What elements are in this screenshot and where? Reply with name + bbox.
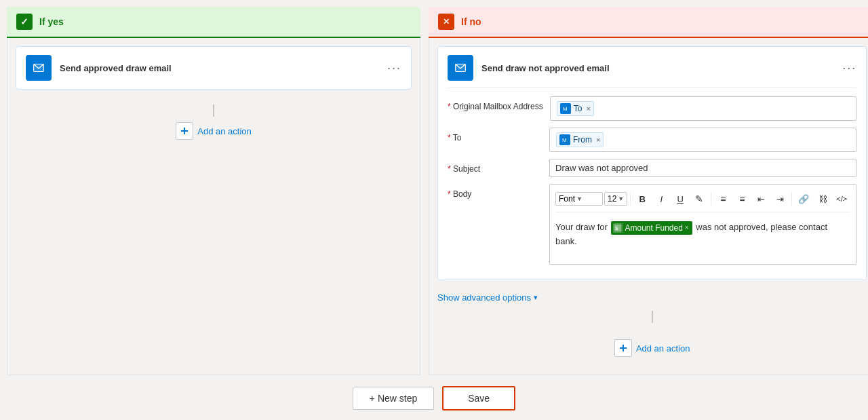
yes-branch-header: ✓ If yes	[7, 7, 420, 38]
to-token-label: To	[574, 104, 583, 113]
no-branch-header: ✕ If no	[429, 7, 868, 38]
right-branch: ✕ If no Send draw not approved email	[429, 7, 868, 375]
body-prefix: Your draw for	[555, 222, 608, 232]
show-advanced-label: Show advanced options	[437, 292, 531, 303]
unordered-list-button[interactable]: ≡	[733, 190, 751, 208]
amount-funded-token-icon: $	[613, 223, 623, 233]
new-step-label: + New step	[370, 393, 417, 404]
unlink-button[interactable]: ⛓	[814, 190, 831, 208]
indent-dec-button[interactable]: ⇤	[752, 190, 770, 208]
connector-line-right	[652, 311, 653, 323]
approved-email-card: Send approved draw email ···	[16, 46, 412, 90]
no-branch-body: Send draw not approved email ··· * Origi…	[429, 38, 868, 375]
save-label: Save	[468, 393, 490, 404]
italic-button[interactable]: I	[652, 190, 670, 208]
body-content[interactable]: Your draw for $ Amount Funded × was not …	[555, 218, 850, 259]
toolbar-sep-3	[791, 192, 792, 206]
bold-button[interactable]: B	[633, 190, 651, 208]
to-row: * To M From ×	[448, 128, 856, 152]
ordered-list-button[interactable]: ≡	[714, 190, 732, 208]
bottom-bar: + New step Save	[0, 375, 868, 417]
connector-line-left	[213, 104, 214, 117]
to-field[interactable]: M From ×	[549, 128, 856, 152]
right-add-action-wrapper: Add an action	[429, 311, 868, 366]
left-add-action-icon	[176, 122, 193, 140]
link-button[interactable]: 🔗	[795, 190, 812, 208]
body-field[interactable]: Font ▼ 12 ▼ B I U ✎	[549, 184, 856, 265]
font-select[interactable]: Font ▼	[555, 192, 603, 206]
highlight-button[interactable]: ✎	[690, 190, 708, 208]
not-approved-email-title: Send draw not approved email	[481, 63, 834, 73]
font-select-label: Font	[559, 194, 575, 204]
body-label: * Body	[448, 184, 542, 199]
font-size-arrow: ▼	[618, 195, 624, 202]
from-token-label: From	[573, 135, 592, 145]
left-add-action-wrapper: Add an action	[16, 104, 412, 145]
amount-funded-close[interactable]: ×	[685, 223, 689, 233]
yes-branch-label: If yes	[39, 16, 64, 27]
no-branch-label: If no	[461, 16, 481, 27]
code-button[interactable]: </>	[833, 190, 850, 208]
save-button[interactable]: Save	[442, 386, 515, 411]
font-size-label: 12	[608, 194, 616, 204]
from-token-icon: M	[559, 134, 570, 145]
right-add-action-label: Add an action	[636, 343, 690, 354]
original-mailbox-field[interactable]: M To ×	[550, 96, 857, 121]
subject-label: * Subject	[448, 159, 542, 174]
to-token: M To ×	[557, 101, 594, 116]
svg-text:$: $	[615, 225, 618, 231]
left-add-action-button[interactable]: Add an action	[176, 117, 252, 145]
amount-funded-label: Amount Funded	[625, 222, 682, 234]
right-add-action-button[interactable]: Add an action	[614, 330, 690, 366]
original-mailbox-label: * Original Mailbox Address	[448, 96, 543, 111]
toolbar-sep-1	[630, 192, 631, 206]
to-label: * To	[448, 128, 542, 142]
not-approved-email-icon	[448, 55, 473, 81]
yes-icon: ✓	[16, 14, 33, 30]
not-approved-email-card: Send draw not approved email ··· * Origi…	[437, 46, 867, 280]
from-token: M From ×	[556, 132, 604, 147]
to-token-icon: M	[560, 103, 571, 114]
show-advanced-button[interactable]: Show advanced options ▾	[437, 288, 538, 303]
not-approved-email-header: Send draw not approved email ···	[448, 55, 856, 88]
from-token-close[interactable]: ×	[596, 136, 600, 144]
approved-email-icon	[26, 55, 52, 81]
right-add-action-icon	[614, 339, 632, 357]
body-toolbar: Font ▼ 12 ▼ B I U ✎	[555, 190, 850, 212]
underline-button[interactable]: U	[671, 190, 689, 208]
font-size-select[interactable]: 12 ▼	[604, 192, 627, 206]
body-row: * Body Font ▼ 12 ▼	[448, 184, 856, 265]
amount-funded-token: $ Amount Funded ×	[611, 221, 692, 235]
svg-text:M: M	[563, 106, 568, 112]
yes-branch-body: Send approved draw email ··· Add an acti…	[7, 38, 420, 375]
left-branch: ✓ If yes Send approved draw email ···	[7, 7, 420, 375]
show-advanced-chevron: ▾	[534, 293, 538, 302]
new-step-button[interactable]: + New step	[353, 387, 434, 410]
font-select-arrow: ▼	[576, 195, 583, 202]
no-icon: ✕	[438, 14, 454, 30]
not-approved-email-menu[interactable]: ···	[842, 61, 856, 75]
indent-inc-button[interactable]: ⇥	[771, 190, 789, 208]
svg-text:M: M	[562, 137, 567, 143]
subject-input[interactable]	[549, 159, 856, 177]
approved-email-title: Send approved draw email	[60, 63, 379, 73]
approved-email-menu[interactable]: ···	[387, 61, 401, 75]
left-add-action-label: Add an action	[197, 126, 252, 136]
to-token-close[interactable]: ×	[586, 104, 590, 113]
subject-row: * Subject	[448, 159, 856, 177]
toolbar-sep-2	[711, 192, 711, 206]
original-mailbox-row: * Original Mailbox Address M To ×	[448, 96, 856, 121]
